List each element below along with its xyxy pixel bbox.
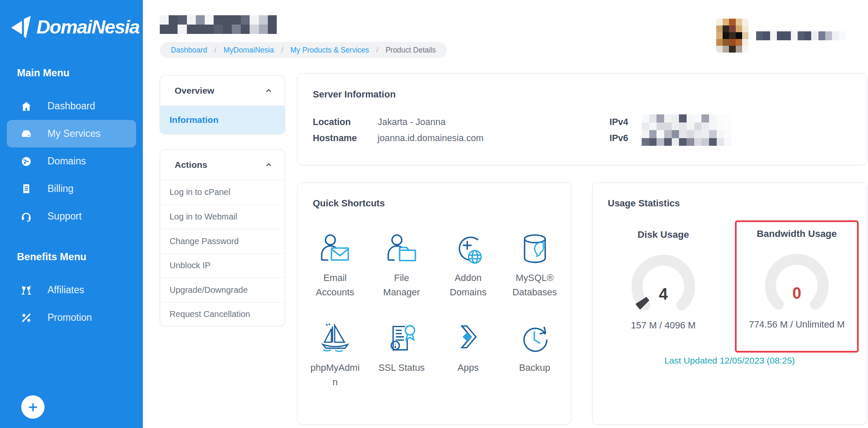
action-change-password[interactable]: Change Password <box>160 229 285 253</box>
main-menu-heading: Main Menu <box>17 67 70 79</box>
app-root: DomaiNesia Main Menu Dashboard My Servic… <box>0 0 868 428</box>
actions-panel: Actions Log in to cPanel Log in to Webma… <box>160 149 285 326</box>
overview-panel-header[interactable]: Overview <box>160 75 285 106</box>
bandwidth-usage-stat: Bandwidth Usage 0 774.56 M / Unlimited M <box>737 228 857 330</box>
action-unblock-ip[interactable]: Unblock IP <box>160 253 285 278</box>
breadcrumb-dashboard[interactable]: Dashboard <box>171 46 207 55</box>
ip-labels: IPv4 IPv6 <box>609 117 628 144</box>
sidebar-item-domains[interactable]: Domains <box>7 147 136 175</box>
sidebar-item-dashboard[interactable]: Dashboard <box>7 92 136 120</box>
brand-logo[interactable]: DomaiNesia <box>10 14 139 40</box>
sidebar-item-label: Domains <box>47 156 86 167</box>
bandwidth-highlight-box: Bandwidth Usage 0 774.56 M / Unlimited M <box>735 220 859 353</box>
breadcrumb-current: Product Details <box>386 46 436 55</box>
action-request-cancellation[interactable]: Request Cancellation <box>160 302 285 327</box>
location-label: Location <box>313 117 378 128</box>
shortcut-label: phpMyAdmin <box>310 361 361 389</box>
shortcut-label: Backup <box>519 361 550 375</box>
backup-icon <box>517 322 552 356</box>
benefits-menu-heading: Benefits Menu <box>17 251 86 263</box>
apps-icon <box>451 322 486 356</box>
sidebar-item-label: Affiliates <box>47 284 84 296</box>
hostname-label: Hostname <box>313 133 378 144</box>
bandwidth-usage-value: 0 <box>757 284 837 303</box>
addon-domains-icon <box>451 232 486 267</box>
shortcut-mysql-databases[interactable]: MySQL® Databases <box>501 232 568 300</box>
sidebar-item-affiliates[interactable]: Affiliates <box>7 276 136 304</box>
sidebar-item-label: Dashboard <box>47 100 95 112</box>
bandwidth-usage-detail: 774.56 M / Unlimited M <box>749 319 845 330</box>
overview-item-information[interactable]: Information <box>160 106 285 134</box>
bandwidth-usage-gauge: 0 <box>757 250 837 314</box>
breadcrumb-my-products-services[interactable]: My Products & Services <box>290 46 369 55</box>
percent-icon <box>20 312 32 324</box>
shortcut-label: SSL Status <box>378 361 425 375</box>
ipv4-label: IPv4 <box>609 117 628 128</box>
chevron-up-icon <box>264 161 273 169</box>
file-manager-icon <box>384 232 419 267</box>
action-login-webmail[interactable]: Log in to Webmail <box>160 205 285 229</box>
disk-usage-label: Disk Usage <box>637 229 689 240</box>
server-information-card: Server Information Location Jakarta - Jo… <box>297 73 867 165</box>
disk-usage-gauge: 4 <box>623 250 704 315</box>
overview-panel-title: Overview <box>175 86 214 96</box>
mysql-databases-icon <box>517 232 552 267</box>
quick-shortcuts-grid: Email Accounts File Manager Addon Domain… <box>302 232 568 389</box>
page-title-redacted <box>160 15 277 34</box>
email-accounts-icon <box>318 232 353 267</box>
user-name-redacted <box>756 31 846 40</box>
plus-icon <box>28 402 39 413</box>
quick-shortcuts-card: Quick Shortcuts Email Accounts File Mana… <box>297 182 571 425</box>
sidebar-item-billing[interactable]: Billing <box>7 175 136 203</box>
shortcut-ssl-status[interactable]: SSL Status <box>368 322 435 389</box>
server-information-title: Server Information <box>313 89 396 100</box>
shortcut-apps[interactable]: Apps <box>435 322 501 389</box>
shortcut-label: Email Accounts <box>310 271 361 300</box>
shortcut-email-accounts[interactable]: Email Accounts <box>302 232 368 300</box>
cheers-icon <box>20 284 32 296</box>
action-upgrade-downgrade[interactable]: Upgrade/Downgrade <box>160 278 285 302</box>
user-menu[interactable] <box>716 19 846 53</box>
globe-icon <box>20 156 32 167</box>
location-value: Jakarta - Joanna <box>378 117 484 128</box>
brand-logo-icon <box>10 14 35 40</box>
sidebar-item-my-services[interactable]: My Services <box>7 120 136 147</box>
actions-panel-header[interactable]: Actions <box>160 150 285 180</box>
breadcrumb: Dashboard / MyDomaiNesia / My Products &… <box>160 42 447 58</box>
hostname-value: joanna.id.domainesia.com <box>378 133 484 144</box>
usage-statistics-title: Usage Statistics <box>608 198 680 209</box>
sidebar-item-label: Support <box>47 211 82 222</box>
shortcut-label: MySQL® Databases <box>509 271 560 300</box>
shortcut-phpmyadmin[interactable]: phpMyAdmin <box>302 322 368 389</box>
home-icon <box>20 100 32 112</box>
add-button[interactable] <box>21 395 45 419</box>
breadcrumb-separator: / <box>376 46 378 55</box>
shortcut-file-manager[interactable]: File Manager <box>368 232 435 300</box>
main-menu: Dashboard My Services Domains Billing <box>7 92 136 230</box>
receipt-icon <box>20 183 32 195</box>
disk-usage-value: 4 <box>623 285 704 303</box>
sidebar-item-support[interactable]: Support <box>7 203 136 230</box>
ssl-status-icon <box>384 322 419 356</box>
shortcut-label: Addon Domains <box>443 271 494 300</box>
shortcut-label: Apps <box>457 361 479 375</box>
breadcrumb-separator: / <box>214 46 217 55</box>
sidebar: DomaiNesia Main Menu Dashboard My Servic… <box>0 0 143 428</box>
breadcrumb-separator: / <box>281 46 283 55</box>
sidebar-item-promotion[interactable]: Promotion <box>7 304 136 331</box>
actions-panel-title: Actions <box>175 160 207 170</box>
shortcut-backup[interactable]: Backup <box>501 322 568 389</box>
sidebar-item-label: Promotion <box>47 312 92 323</box>
headset-icon <box>20 211 32 222</box>
shortcut-label: File Manager <box>376 271 427 300</box>
action-login-cpanel[interactable]: Log in to cPanel <box>160 180 285 205</box>
shortcut-addon-domains[interactable]: Addon Domains <box>435 232 501 300</box>
disk-usage-detail: 157 M / 4096 M <box>631 320 696 331</box>
avatar <box>716 19 748 53</box>
benefits-menu: Affiliates Promotion <box>7 276 136 331</box>
disk-usage-stat: Disk Usage 4 157 M / 4096 M <box>602 229 725 331</box>
ipv6-label: IPv6 <box>609 133 628 144</box>
sidebar-item-label: Billing <box>47 183 73 195</box>
quick-shortcuts-title: Quick Shortcuts <box>313 198 385 209</box>
breadcrumb-mydomainesia[interactable]: MyDomaiNesia <box>224 46 274 55</box>
